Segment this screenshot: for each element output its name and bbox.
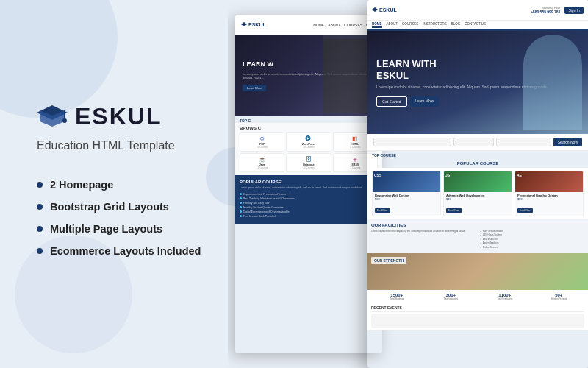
mock-tech-grid-1: ⚙ PHP 25 Courses 🅦 WordPress 10 Courses … [240, 132, 378, 152]
mock-tech-java: ☕ Java 15 Courses [240, 153, 284, 172]
mock-facilities: OUR FACILITIES Lorem ipsum consectetur a… [368, 219, 588, 253]
mock-recent-title: RECENT EVENTS [371, 305, 584, 312]
mock-search-button[interactable]: Search Now [553, 138, 582, 146]
svg-point-3 [62, 118, 67, 123]
mock-nav-right: ESKUL Working Hour +880 555 999 781 Sign… [368, 0, 588, 21]
mock-stats: 1500+ Total Students 300+ Total Instruct… [368, 290, 588, 303]
mock-popular-item-5: Digital Ecommerce and Device available [240, 210, 378, 213]
mock-popular-item-1: Experienced and Professional Trainer [240, 193, 378, 196]
mock-popular-title: POPULAR COURSE [240, 180, 378, 184]
mock-get-started-btn[interactable]: Get Started [376, 96, 407, 107]
mock-browse: BROWS C ⚙ PHP 25 Courses 🅦 WordPress 10 … [235, 123, 382, 175]
features-list: 2 Homepage Bootstrap Grid Layouts Multip… [37, 179, 206, 267]
mock-stat-projects: 50+ Student Projects [533, 293, 586, 300]
mock-tech-grid-2: ☕ Java 15 Courses 🗄 Database 12 Courses … [240, 153, 378, 172]
svg-marker-5 [372, 7, 378, 12]
mock-course-1: CSS Responsive Web Design $39 Enroll Now [372, 171, 441, 216]
mock-graduate-image [523, 35, 582, 130]
mock-search-course[interactable] [496, 138, 551, 146]
mock-popular-item-2: Best Teaching Infrastructure and Classro… [240, 197, 378, 200]
mock-hero-right: LEARN WITHESKUL Lorem ipsum dolor sit am… [368, 31, 588, 134]
mock-courses-grid: CSS Responsive Web Design $39 Enroll Now… [368, 168, 588, 219]
left-panel: ESKUL Education HTML Template 2 Homepage… [0, 0, 235, 368]
svg-marker-4 [241, 22, 247, 26]
mock-popular-item-6: Free Lecture Book Provided [240, 215, 378, 218]
mock-popular-course-heading: POPULAR COURSE [368, 158, 588, 168]
mock-browse-title: BROWS C [240, 126, 378, 130]
mock-logo-right: ESKUL [372, 7, 397, 13]
mock-popular-item-4: Monthly Student Quality Guarantee [240, 206, 378, 209]
mock-hero-left: LEARN W Lorem ipsum dolor sit amet, cons… [235, 35, 382, 116]
mock-recent-events: RECENT EVENTS [368, 303, 588, 330]
feature-item-4: Ecommerce Layouts Included [37, 245, 206, 257]
feature-item-1: 2 Homepage [37, 179, 206, 191]
mock-nav-links-right: HOME ABOUT COURSES INSTRUCTORS BLOG CONT… [368, 21, 588, 31]
feature-item-3: Multiple Page Layouts [37, 223, 206, 235]
brand-name: ESKUL [75, 103, 162, 130]
mock-popular-left: POPULAR COURSE Lorem ipsum dolor sit ame… [235, 175, 382, 224]
mock-hero-btn-left: Learn More [243, 85, 266, 91]
screenshot-right: ESKUL Working Hour +880 555 999 781 Sign… [368, 0, 588, 368]
mock-signin-btn[interactable]: Sign In [564, 7, 584, 14]
feature-item-2: Bootstrap Grid Layouts [37, 201, 206, 213]
mock-tech-wordpress: 🅦 WordPress 10 Courses [286, 132, 331, 152]
mock-course-1-btn[interactable]: Enroll Now [375, 208, 390, 213]
screenshot-left: ESKUL HOME ABOUT COURSES BLOG LEARN W Lo… [235, 15, 382, 353]
mock-course-list: CSS Responsive Web Design $39 Enroll Now… [372, 171, 584, 216]
graduation-cap-icon [37, 101, 68, 132]
mock-search-form: Search Now [368, 134, 588, 151]
brand-section: ESKUL [37, 101, 206, 132]
mock-stat-students: 1500+ Total Students [370, 293, 423, 300]
mock-nav-left: ESKUL HOME ABOUT COURSES BLOG [235, 15, 382, 35]
mock-logo-left: ESKUL [241, 22, 266, 28]
mock-course-3: AE Professional Graphic Design $99 Enrol… [514, 171, 584, 216]
mock-course-2-btn[interactable]: Enroll Now [446, 208, 462, 213]
mock-notebook-image: OUR STRENGTH [368, 253, 588, 290]
mock-tech-php: ⚙ PHP 25 Courses [240, 132, 284, 152]
mock-learn-more-btn[interactable]: Learn More [410, 96, 440, 107]
mock-facilities-title: OUR FACILITIES [371, 223, 584, 227]
mock-popular-item-3: Friendly and Easy Tour [240, 202, 378, 205]
mock-tech-database: 🗄 Database 12 Courses [286, 153, 331, 172]
mock-course-2: JS Advance Web Development $49 Enroll No… [443, 171, 512, 216]
mock-course-3-btn[interactable]: Enroll Now [517, 208, 533, 213]
tagline: Education HTML Template [37, 139, 206, 152]
mock-top-course-label-left: TOP C [235, 116, 382, 123]
mock-stat-instructor: 300+ Total Instructor [425, 293, 478, 300]
mock-search-students[interactable] [453, 138, 493, 146]
mock-stat-graduates: 1100+ Total Graduates [478, 293, 531, 300]
mock-search-what[interactable] [373, 138, 451, 146]
screenshots-area: ESKUL HOME ABOUT COURSES BLOG LEARN W Lo… [228, 0, 588, 368]
mock-top-course-label-right: TOP COURSE [368, 151, 588, 158]
mock-popular-sub: Lorem ipsum dolor sit amet, consectetur … [240, 186, 378, 190]
